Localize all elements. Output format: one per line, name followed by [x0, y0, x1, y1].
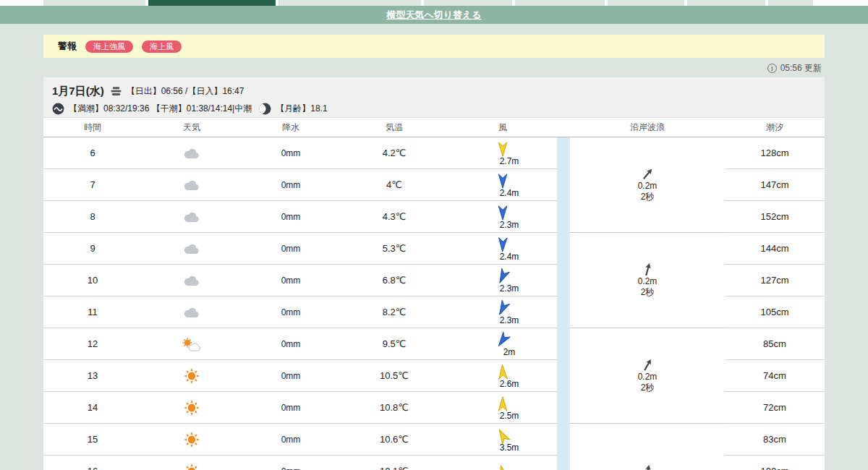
table-row: 70mm4℃2.4m — [43, 169, 557, 201]
tide-cell: 100cm — [725, 456, 825, 470]
date-sun-line: 1月7日(水) 【日出】06:56 /【日入】16:47 — [52, 82, 816, 100]
weather-cell — [142, 337, 242, 351]
temp-cell: 10.1℃ — [340, 466, 448, 470]
wind-speed-label: 2.3m — [500, 283, 519, 294]
precip-cell: 0mm — [242, 275, 340, 286]
tide-cell: 85cm — [725, 328, 825, 360]
wave-period-label: 2秒 — [641, 383, 655, 393]
tide-cell: 152cm — [725, 201, 825, 233]
temp-cell: 4.3℃ — [340, 211, 448, 222]
sun-cloud-icon — [181, 337, 203, 351]
hour-cell: 13 — [43, 370, 142, 381]
cloudy-icon — [183, 243, 200, 255]
table-row: 150mm10.6℃3.5m — [43, 424, 557, 456]
info-icon: ! — [767, 64, 777, 73]
sunrise-icon — [110, 86, 122, 97]
cloudy-icon — [183, 307, 200, 318]
top-tab-1[interactable] — [148, 0, 276, 6]
temp-cell: 10.5℃ — [340, 370, 448, 381]
wind-speed-label: 2.4m — [500, 188, 519, 198]
wave-direction-arrow — [641, 463, 655, 470]
hour-cell: 15 — [43, 434, 142, 445]
cloudy-icon — [183, 275, 200, 286]
tide-times-label: 【満潮】08:32/19:36 【干潮】01:38/14:14|中潮 — [69, 103, 252, 115]
warning-badge-sea-strong-wind[interactable]: 海上強風 — [85, 40, 133, 53]
wind-direction-arrow — [497, 174, 509, 189]
wind-speed-label: 2.5m — [500, 411, 519, 421]
hour-cell: 8 — [43, 211, 142, 222]
updated-time-label: 05:56 更新 — [780, 62, 822, 74]
temp-cell: 4.2℃ — [340, 148, 448, 158]
col-header-time: 時間 — [43, 121, 142, 134]
wind-cell: 2.3m — [448, 268, 557, 294]
sunny-icon — [183, 431, 200, 448]
col-header-tide: 潮汐 — [725, 121, 825, 134]
hour-cell: 12 — [43, 338, 142, 349]
wind-cell — [448, 463, 557, 470]
hour-cell: 16 — [43, 466, 142, 470]
wind-cell: 2.3m — [448, 299, 557, 325]
top-tab-7[interactable] — [768, 0, 813, 6]
hour-cell: 9 — [43, 243, 142, 254]
weather-cell — [142, 463, 242, 470]
tide-cell: 74cm — [725, 360, 825, 392]
precip-cell: 0mm — [242, 339, 340, 349]
wind-direction-arrow — [497, 205, 509, 221]
wave-height-label: 0.2m — [638, 276, 658, 287]
weather-cell — [142, 179, 242, 191]
wave-height-label: 0.2m — [638, 372, 658, 383]
wind-cell: 2.4m — [448, 236, 557, 262]
wind-speed-label: 3.5m — [500, 443, 519, 453]
precip-cell: 0mm — [242, 212, 340, 222]
col-header-weather: 天気 — [142, 121, 242, 134]
wave-period-label: 2秒 — [641, 287, 655, 298]
wave-separator-band — [557, 137, 570, 470]
temp-cell: 4℃ — [340, 179, 448, 190]
wind-cell: 2m — [448, 331, 557, 357]
wind-speed-label: 2.4m — [500, 252, 519, 262]
temp-cell: 10.6℃ — [340, 434, 448, 445]
warning-badge-sea-wind[interactable]: 海上風 — [142, 40, 182, 53]
wind-cell: 2.7m — [448, 140, 557, 166]
wind-direction-arrow — [497, 236, 509, 252]
top-tab-5[interactable] — [608, 0, 684, 6]
table-row: 110mm8.2℃2.3m — [43, 296, 557, 328]
col-header-temp: 気温 — [340, 121, 448, 134]
wind-cell: 2.3m — [448, 204, 557, 230]
precip-cell: 0mm — [242, 244, 340, 254]
weather-cell — [142, 431, 242, 448]
precip-cell: 0mm — [242, 435, 340, 445]
wave-cell — [570, 424, 725, 470]
top-tab-6[interactable] — [687, 0, 765, 6]
precip-cell: 0mm — [242, 148, 340, 158]
warning-label: 警報 — [58, 40, 77, 53]
wind-cell: 2.6m — [448, 363, 557, 389]
updated-status: ! 05:56 更新 — [767, 62, 822, 74]
table-body: 60mm4.2℃2.7m70mm4℃2.4m80mm4.3℃2.3m90mm5.… — [43, 137, 825, 470]
top-tab-0[interactable] — [43, 0, 145, 6]
sunny-icon — [183, 399, 200, 416]
wind-direction-arrow — [497, 142, 509, 157]
warning-band: 警報 海上強風 海上風 — [43, 35, 825, 58]
hour-cell: 6 — [43, 148, 142, 158]
table-row: 60mm4.2℃2.7m — [43, 137, 557, 169]
top-tab-3[interactable] — [424, 0, 512, 6]
temp-cell: 9.5℃ — [340, 338, 448, 349]
wave-cell: 0.2m2秒 — [570, 137, 725, 232]
wave-direction-arrow — [639, 356, 655, 374]
hour-cell: 11 — [43, 307, 142, 317]
sunrise-sunset-label: 【日出】06:56 /【日入】16:47 — [127, 85, 244, 98]
precip-cell: 0mm — [242, 180, 340, 190]
wind-direction-arrow — [495, 463, 511, 470]
table-row: 130mm10.5℃2.6m — [43, 360, 557, 392]
top-tab-4[interactable] — [515, 0, 605, 6]
tide-cell: 147cm — [725, 169, 825, 201]
top-tab-2[interactable] — [278, 0, 421, 6]
temp-cell: 5.3℃ — [340, 243, 448, 254]
date-header: 1月7日(水) 【日出】06:56 /【日入】16:47 【満潮】08:32/1… — [43, 77, 825, 118]
weather-cell — [142, 307, 242, 318]
switch-to-horizontal-link[interactable]: 横型天気へ切り替える — [386, 9, 481, 22]
wind-speed-label: 2.7m — [500, 156, 519, 166]
tide-cell: 127cm — [725, 265, 825, 296]
wind-direction-arrow — [497, 396, 509, 411]
